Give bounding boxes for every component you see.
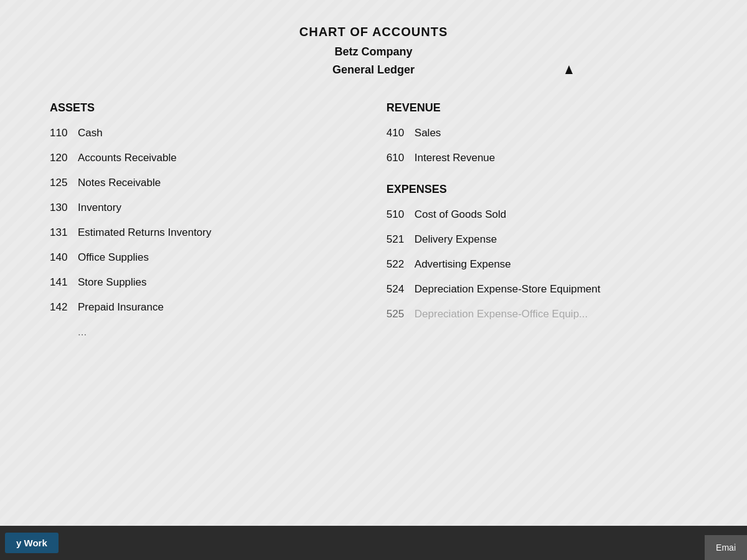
- account-number: 510: [387, 208, 415, 221]
- taskbar: y Work Emai: [0, 526, 747, 560]
- account-name: Depreciation Expense-Store Equipment: [415, 283, 601, 296]
- account-name: Advertising Expense: [415, 258, 511, 271]
- account-row: 110 Cash: [50, 127, 360, 139]
- account-name: Depreciation Expense-Office Equip...: [415, 308, 588, 320]
- account-row: 524 Depreciation Expense-Store Equipment: [387, 283, 697, 296]
- account-name: Cash: [78, 127, 103, 139]
- account-row: 120 Accounts Receivable: [50, 152, 360, 164]
- accounts-grid: ASSETS 110 Cash 120 Accounts Receivable …: [37, 101, 710, 351]
- main-content: CHART OF ACCOUNTS Betz Company General L…: [0, 0, 747, 535]
- account-name: Notes Receivable: [78, 177, 161, 189]
- account-number: 141: [50, 276, 78, 289]
- account-number: 525: [387, 308, 415, 320]
- account-row: 141 Store Supplies: [50, 276, 360, 289]
- account-row: 142 Prepaid Insurance: [50, 301, 360, 314]
- account-name: Prepaid Insurance: [78, 301, 164, 314]
- account-row: 610 Interest Revenue: [387, 152, 697, 164]
- account-number: 110: [50, 127, 78, 139]
- revenue-header: REVENUE: [387, 101, 697, 114]
- expenses-header: EXPENSES: [387, 183, 697, 196]
- account-number: 130: [50, 202, 78, 214]
- account-name: Estimated Returns Inventory: [78, 226, 211, 239]
- work-button[interactable]: y Work: [5, 533, 59, 553]
- account-number: 521: [387, 233, 415, 246]
- account-number: 610: [387, 152, 415, 164]
- account-row: 140 Office Supplies: [50, 251, 360, 264]
- account-row: 410 Sales: [387, 127, 697, 139]
- account-name: Inventory: [78, 202, 121, 214]
- account-name: Accounts Receivable: [78, 152, 177, 164]
- assets-header: ASSETS: [50, 101, 360, 114]
- email-button[interactable]: Emai: [705, 535, 747, 560]
- account-number: 524: [387, 283, 415, 296]
- account-row-truncated: ...: [50, 326, 360, 338]
- account-name: ...: [78, 326, 87, 338]
- account-name: Store Supplies: [78, 276, 147, 289]
- account-row: 125 Notes Receivable: [50, 177, 360, 189]
- account-row: 521 Delivery Expense: [387, 233, 697, 246]
- account-name: Sales: [415, 127, 441, 139]
- cursor-arrow: [565, 65, 573, 74]
- account-number: 522: [387, 258, 415, 271]
- account-row-truncated: 525 Depreciation Expense-Office Equip...: [387, 308, 697, 320]
- page-title: CHART OF ACCOUNTS: [37, 25, 710, 39]
- ledger-type: General Ledger: [37, 63, 710, 77]
- assets-column: ASSETS 110 Cash 120 Accounts Receivable …: [50, 101, 360, 351]
- account-name: Cost of Goods Sold: [415, 208, 506, 221]
- account-name: Office Supplies: [78, 251, 149, 264]
- account-number: 142: [50, 301, 78, 314]
- account-number: 125: [50, 177, 78, 189]
- account-number: 131: [50, 226, 78, 239]
- account-row: 510 Cost of Goods Sold: [387, 208, 697, 221]
- account-row: 522 Advertising Expense: [387, 258, 697, 271]
- company-name: Betz Company: [37, 45, 710, 58]
- account-number: 140: [50, 251, 78, 264]
- revenue-expenses-column: REVENUE 410 Sales 610 Interest Revenue E…: [387, 101, 697, 351]
- account-name: Interest Revenue: [415, 152, 495, 164]
- account-row: 131 Estimated Returns Inventory: [50, 226, 360, 239]
- account-name: Delivery Expense: [415, 233, 497, 246]
- account-number: 410: [387, 127, 415, 139]
- account-number: 120: [50, 152, 78, 164]
- account-row: 130 Inventory: [50, 202, 360, 214]
